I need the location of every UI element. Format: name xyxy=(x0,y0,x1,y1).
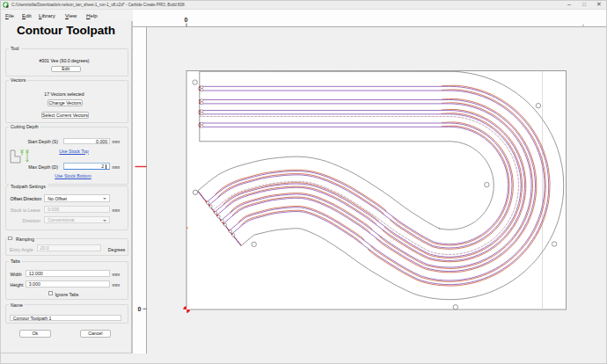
svg-text:0: 0 xyxy=(138,306,142,312)
svg-text:0: 0 xyxy=(185,17,188,23)
